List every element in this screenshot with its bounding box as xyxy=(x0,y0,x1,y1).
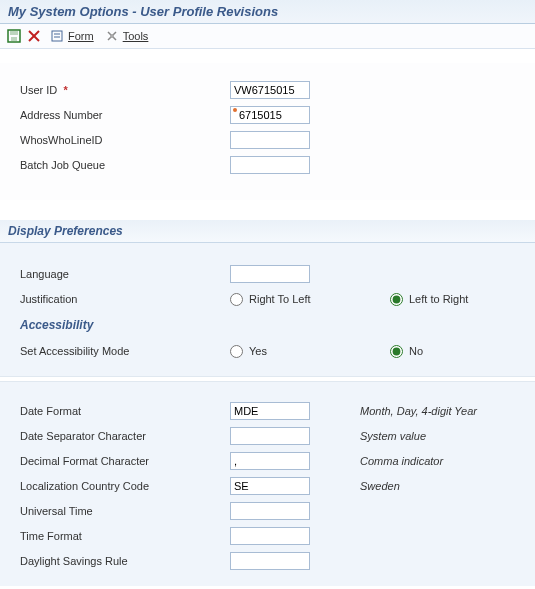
no-label: No xyxy=(409,345,423,357)
batch-queue-label: Batch Job Queue xyxy=(20,159,230,171)
loc-country-desc: Sweden xyxy=(360,480,400,492)
save-icon[interactable] xyxy=(6,28,22,44)
language-label: Language xyxy=(20,268,230,280)
decimal-fmt-label: Decimal Format Character xyxy=(20,455,230,467)
dst-rule-input[interactable] xyxy=(230,552,310,570)
decimal-fmt-input[interactable] xyxy=(230,452,310,470)
decimal-fmt-desc: Comma indicator xyxy=(360,455,443,467)
loc-country-label: Localization Country Code xyxy=(20,480,230,492)
language-input[interactable] xyxy=(230,265,310,283)
svg-point-8 xyxy=(110,34,114,38)
tools-icon xyxy=(104,28,120,44)
display-prefs-header: Display Preferences xyxy=(0,220,535,243)
form-menu[interactable]: Form xyxy=(46,27,97,45)
rtl-radio[interactable] xyxy=(230,293,243,306)
whoswho-input[interactable] xyxy=(230,131,310,149)
rtl-label: Right To Left xyxy=(249,293,311,305)
tools-menu-label: Tools xyxy=(123,30,149,42)
address-number-input[interactable] xyxy=(230,106,310,124)
ltr-label: Left to Right xyxy=(409,293,468,305)
time-format-input[interactable] xyxy=(230,527,310,545)
accessibility-header: Accessibility xyxy=(20,314,515,336)
no-radio[interactable] xyxy=(390,345,403,358)
yes-radio[interactable] xyxy=(230,345,243,358)
date-sep-desc: System value xyxy=(360,430,426,442)
date-sep-label: Date Separator Character xyxy=(20,430,230,442)
yes-label: Yes xyxy=(249,345,267,357)
whoswho-label: WhosWhoLineID xyxy=(20,134,230,146)
form-menu-label: Form xyxy=(68,30,94,42)
page-title: My System Options - User Profile Revisio… xyxy=(8,4,527,19)
date-format-input[interactable] xyxy=(230,402,310,420)
user-id-label: User ID xyxy=(20,84,57,96)
dst-rule-label: Daylight Savings Rule xyxy=(20,555,230,567)
address-number-label: Address Number xyxy=(20,109,230,121)
justification-label: Justification xyxy=(20,293,230,305)
date-format-label: Date Format xyxy=(20,405,230,417)
user-info-section: User ID * Address Number WhosWhoLineID B… xyxy=(0,63,535,200)
batch-queue-input[interactable] xyxy=(230,156,310,174)
format-section: Date Format Month, Day, 4-digit Year Dat… xyxy=(0,382,535,586)
svg-rect-2 xyxy=(11,37,17,41)
close-icon[interactable] xyxy=(26,28,42,44)
date-sep-input[interactable] xyxy=(230,427,310,445)
time-format-label: Time Format xyxy=(20,530,230,542)
ltr-radio[interactable] xyxy=(390,293,403,306)
svg-rect-5 xyxy=(52,31,62,41)
universal-time-label: Universal Time xyxy=(20,505,230,517)
universal-time-input[interactable] xyxy=(230,502,310,520)
user-id-input[interactable] xyxy=(230,81,310,99)
date-format-desc: Month, Day, 4-digit Year xyxy=(360,405,477,417)
display-prefs-section: Language Justification Right To Left Lef… xyxy=(0,243,535,376)
set-access-label: Set Accessibility Mode xyxy=(20,345,230,357)
tools-menu[interactable]: Tools xyxy=(101,27,152,45)
required-star: * xyxy=(63,84,67,96)
form-icon xyxy=(49,28,65,44)
loc-country-input[interactable] xyxy=(230,477,310,495)
svg-rect-1 xyxy=(10,31,18,35)
toolbar: Form Tools xyxy=(0,24,535,49)
required-dot-icon xyxy=(233,108,237,112)
